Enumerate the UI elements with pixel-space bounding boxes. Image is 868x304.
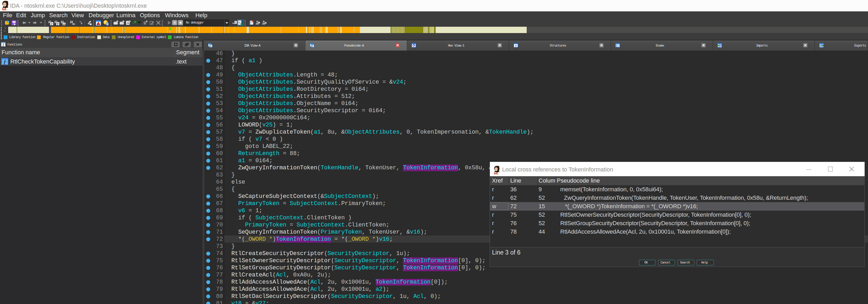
svg-text:64: 64: [2, 7, 6, 10]
svg-text:A: A: [127, 22, 129, 25]
svg-text:101: 101: [62, 23, 66, 25]
svg-text:#: #: [51, 23, 53, 25]
svg-text:DATA: DATA: [120, 23, 124, 24]
svg-text:T: T: [57, 22, 59, 25]
svg-text:C: C: [239, 21, 241, 24]
svg-text:CODE: CODE: [114, 23, 118, 24]
svg-text:C: C: [235, 22, 237, 24]
svg-text:A: A: [515, 44, 517, 47]
svg-text:64: 64: [494, 171, 498, 175]
